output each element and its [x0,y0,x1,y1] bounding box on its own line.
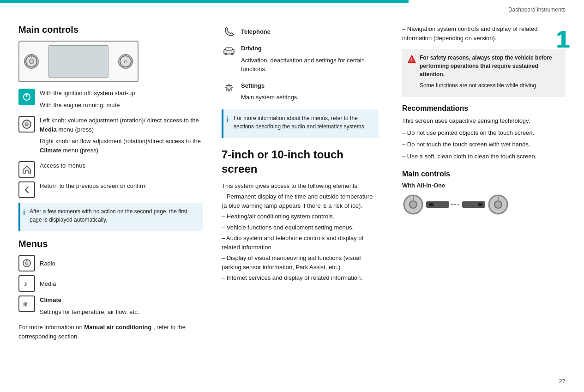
svg-point-11 [26,260,28,261]
settings-row: Settings Main system settings. [222,81,379,105]
right-knob-text: Right knob: air flow adjustment (rotatio… [40,137,203,155]
svg-point-22 [409,201,417,208]
svg-text:⊙: ⊙ [124,59,127,64]
bullet-5: – Display of visual manoeuvring aid func… [222,253,379,271]
media-label: Media [40,280,56,287]
power-text: With the ignition off: system start-up W… [40,89,135,112]
dashboard-illustration: ⊙ [18,41,138,82]
dashes-icon [451,204,460,205]
recommendations-heading: Recommendations [402,104,566,113]
chapter-num-display: 1 [556,25,569,53]
driving-icon [222,44,236,59]
settings-label: Settings [241,81,299,90]
right-column: – Navigation system controls and display… [388,24,566,344]
climate-text: Climate Settings for temperature, air fl… [40,296,139,319]
settings-text: Settings Main system settings. [241,81,299,105]
climate-icon: ❄ [18,296,35,312]
info-box-mid: i For more information about the menus, … [222,109,379,138]
right-knob-illustration: ⊙ [118,54,133,69]
manual-air-text: For more information on Manual air condi… [18,323,203,341]
radio-label: Radio [40,260,55,267]
rec-intro: This screen uses capacitive sensing tech… [402,116,566,126]
rec-1: – Do not use pointed objects on the touc… [402,128,566,138]
power-icon-row: With the ignition off: system start-up W… [18,89,203,112]
warning-box: ! For safety reasons, always stop the ve… [402,49,566,97]
telephone-row: Telephone [222,24,379,39]
engine-running-text: With the engine running: mute [40,101,135,110]
driving-text: Driving Activation, deactivation and set… [241,44,379,77]
center-screen-illustration [48,45,108,78]
left-knob-illustration [24,54,39,69]
main-layout: Main controls ⊙ With the ignition off: s… [0,15,584,353]
svg-text:!: ! [411,57,412,62]
aio-controls-illustration [402,193,566,216]
menu-item-media: ♪ Media [18,275,203,292]
bullet-6: – Internet services and display of relat… [222,273,379,283]
mid-column: Telephone Driving Activation, deactivati… [212,24,388,344]
knob-icon-row: Left knob: volume adjustment (rotation)/… [18,116,203,157]
svg-point-17 [231,53,234,55]
driving-row: Driving Activation, deactivation and set… [222,44,379,77]
telephone-label: Telephone [241,27,271,36]
radio-icon [18,255,35,271]
header-title: Dashboard instruments [508,6,566,13]
svg-point-1 [29,59,34,64]
nav-text: – Navigation system controls and display… [402,24,566,42]
driving-label: Driving [241,44,379,53]
right-wheel-icon [487,193,509,216]
svg-text:♪: ♪ [24,280,27,288]
home-icon [18,161,35,178]
system-access-text: This system gives access to the followin… [222,181,379,191]
warning-icon: ! [408,54,416,92]
power-icon [18,89,35,105]
main-controls-heading: Main controls [18,24,203,35]
return-text: Return to the previous screen or confirm [40,181,147,191]
left-column: Main controls ⊙ With the ignition off: s… [18,24,212,344]
climate-label: Climate [40,296,139,305]
page-number: 27 [559,378,566,385]
settings-desc: Main system settings. [241,93,299,102]
back-icon-row: Return to the previous screen or confirm [18,181,203,198]
svg-point-10 [25,262,28,265]
info-icon-left: i [23,207,25,218]
warning-bold-text: For safety reasons, always stop the vehi… [420,54,560,78]
left-knob-text: Left knob: volume adjustment (rotation)/… [40,116,203,134]
knob-text: Left knob: volume adjustment (rotation)/… [40,116,203,157]
right-center-bar [462,200,485,209]
svg-rect-25 [429,203,433,206]
bullet-1: – Permanent display of the time and outs… [222,192,379,210]
menu-item-radio: Radio [18,255,203,271]
access-menus-text: Access to menus [40,161,85,170]
rec-3: – Use a soft, clean cloth to clean the t… [402,152,566,161]
home-icon-row: Access to menus [18,161,203,178]
touch-screen-heading: 7-inch or 10-inch touch screen [222,147,379,176]
bullet-3: – Vehicle functions and equipment settin… [222,223,379,232]
bullet-list: This system gives access to the followin… [222,181,379,283]
bullet-2: – Heating/air conditioning system contro… [222,212,379,221]
left-center-bar [426,200,449,209]
svg-rect-28 [478,203,482,206]
driving-desc: Activation, deactivation and settings fo… [241,56,379,74]
info-box-left: i After a few moments with no action on … [18,203,203,231]
info-box-left-text: After a few moments with no action on th… [30,207,198,224]
svg-rect-15 [226,48,232,50]
svg-text:❄: ❄ [23,301,28,308]
svg-point-16 [225,53,227,55]
info-box-mid-text: For more information about the menus, re… [234,114,373,131]
menu-item-climate: ❄ Climate Settings for temperature, air … [18,296,203,319]
svg-point-30 [494,201,502,208]
climate-desc: Settings for temperature, air flow, etc. [40,308,139,317]
menus-heading: Menus [18,239,203,249]
back-icon [18,181,35,198]
header: Dashboard instruments [0,3,584,15]
warning-normal-text: Some functions are not accessible while … [420,81,560,90]
bullet-4: – Audio system and telephone controls an… [222,234,379,252]
ignition-off-text: With the ignition off: system start-up [40,89,135,98]
media-icon: ♪ [18,275,35,292]
settings-icon [222,81,236,96]
info-icon-mid: i [226,114,228,125]
svg-point-8 [25,123,28,126]
main-controls-right-heading: Main controls [402,170,566,178]
telephone-icon [222,24,236,39]
knob-icon [18,116,35,133]
